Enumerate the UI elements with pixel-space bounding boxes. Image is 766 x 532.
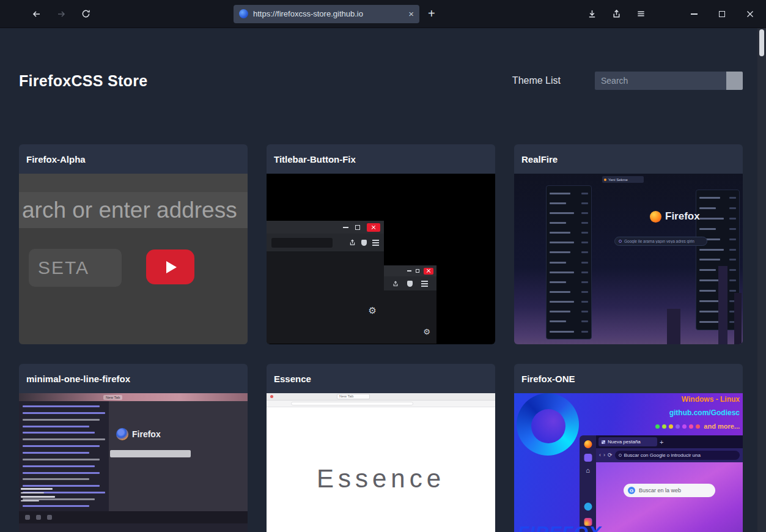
maximize-icon xyxy=(719,11,725,17)
taskbar-icon xyxy=(36,515,41,520)
preview-caption-line: and more... xyxy=(655,423,740,430)
search-input[interactable] xyxy=(595,72,726,90)
theme-preview-image[interactable]: ⚙ xyxy=(267,174,495,344)
building-silhouette xyxy=(734,293,742,344)
theme-card-minimal-one-line[interactable]: minimal-one-line-firefox New Tab Firefox xyxy=(19,364,248,532)
menu-shortcut-bar xyxy=(581,202,588,204)
mock-context-menu xyxy=(696,190,740,330)
maximize-icon xyxy=(355,225,360,230)
tab-active[interactable]: https://firefoxcss-store.github.io × xyxy=(234,5,419,23)
scrollbar-thumb[interactable] xyxy=(759,29,764,56)
mock-sidebar: ⌂ xyxy=(580,435,596,532)
theme-preview-image[interactable]: arch or enter address SETA xyxy=(19,174,248,344)
menu-shortcut-bar xyxy=(581,262,588,264)
theme-list-link[interactable]: Theme List xyxy=(512,75,561,86)
page-scrollbar[interactable] xyxy=(757,28,766,532)
search-button[interactable] xyxy=(726,72,743,90)
menu-label-bar xyxy=(550,262,566,264)
menu-row xyxy=(696,275,739,286)
menu-label-bar xyxy=(550,320,566,322)
menu-shortcut-bar xyxy=(581,232,588,234)
menu-shortcut-bar xyxy=(729,207,736,209)
firefox-brand: Firefox xyxy=(650,210,700,223)
browser-toolbar: https://firefoxcss-store.github.io × + xyxy=(0,0,766,28)
tab-close-button[interactable]: × xyxy=(408,9,414,18)
hamburger-menu-icon xyxy=(421,283,428,284)
theme-card-title: Firefox-ONE xyxy=(514,364,743,393)
share-button[interactable] xyxy=(608,6,625,23)
color-dot xyxy=(655,424,660,429)
mock-nav-strip xyxy=(267,401,495,407)
theme-card-firefox-one[interactable]: Firefox-ONE Windows - Linux github.com/G… xyxy=(514,364,743,532)
mock-tab-bar: Nueva pestaña + xyxy=(596,435,743,448)
menu-label-bar xyxy=(550,202,566,204)
play-icon xyxy=(166,261,177,273)
theme-card-title: Firefox-Alpha xyxy=(19,144,248,174)
mock-seta-button: SETA xyxy=(29,249,122,287)
building-silhouette xyxy=(718,266,727,344)
mock-taskbar xyxy=(19,511,248,523)
theme-card-titlebar-button-fix[interactable]: Titlebar-Button-Fix xyxy=(267,144,495,344)
menu-shortcut-bar xyxy=(729,238,736,240)
menu-shortcut-bar xyxy=(729,290,736,292)
mock-url-text: Buscar con Google o introducir una xyxy=(624,453,701,458)
menu-row xyxy=(547,238,591,248)
firefox-wordmark: FIREFOX xyxy=(518,522,602,532)
new-tab-icon: + xyxy=(660,438,663,446)
theme-card-essence[interactable]: Essence New Tab Essence xyxy=(267,364,495,532)
window-maximize-button[interactable] xyxy=(711,5,733,23)
theme-preview-image[interactable]: New Tab Firefox xyxy=(19,393,248,532)
mock-tab-label: Yeni Sekme xyxy=(608,178,628,182)
firefox-brand-label: Firefox xyxy=(132,429,161,439)
theme-preview-image[interactable]: New Tab Essence xyxy=(267,393,495,532)
menu-row xyxy=(547,297,591,307)
forward-icon xyxy=(56,9,66,19)
menu-label-bar xyxy=(699,290,716,292)
hamburger-menu-icon xyxy=(636,9,646,18)
downloads-button[interactable] xyxy=(583,6,600,23)
window-minimize-button[interactable] xyxy=(683,5,705,23)
toolbar-right-icons xyxy=(583,6,649,23)
close-icon xyxy=(424,268,433,275)
theme-preview-image[interactable]: Windows - Linux github.com/Godiesc and m… xyxy=(514,393,743,532)
shield-icon xyxy=(407,281,413,287)
menu-label-bar xyxy=(550,281,566,283)
mock-toolbar xyxy=(384,276,436,290)
menu-label-bar xyxy=(550,301,574,303)
minimize-icon xyxy=(343,227,348,228)
theme-preview-image[interactable]: Yeni Sekme Firefox Google ile arama yapı… xyxy=(514,174,743,344)
menu-row xyxy=(547,287,591,297)
shield-icon xyxy=(361,240,367,246)
menu-row xyxy=(696,255,739,265)
window-close-button[interactable] xyxy=(739,5,761,23)
app-icon xyxy=(584,454,592,462)
code-line xyxy=(23,485,100,487)
menu-row xyxy=(547,188,591,198)
menu-shortcut-bar xyxy=(581,272,588,273)
maximize-icon xyxy=(416,269,419,273)
back-icon xyxy=(32,9,42,19)
menu-row xyxy=(696,296,739,306)
code-line xyxy=(23,432,95,434)
back-button[interactable] xyxy=(28,6,45,23)
mock-urlbar: Buscar con Google o introducir una xyxy=(615,451,740,460)
mock-browser-window: ⌂ Nueva pestaña + xyxy=(580,435,743,532)
theme-card-title: Titlebar-Button-Fix xyxy=(267,144,495,174)
share-icon xyxy=(392,281,399,287)
forward-button[interactable] xyxy=(53,6,70,23)
menu-row xyxy=(547,327,591,336)
theme-card-realfire[interactable]: RealFire Yeni Sekme Firefox Google ile xyxy=(514,144,743,344)
youtube-logo-icon xyxy=(146,249,194,284)
menu-shortcut-bar xyxy=(729,197,736,199)
mock-titlebar xyxy=(384,265,436,276)
color-dot xyxy=(662,424,666,429)
new-tab-button[interactable]: + xyxy=(428,7,435,21)
reload-icon xyxy=(81,9,90,18)
reload-button[interactable] xyxy=(77,6,94,23)
theme-card-title: Essence xyxy=(267,364,495,393)
menu-row xyxy=(547,248,591,257)
theme-card-firefox-alpha[interactable]: Firefox-Alpha arch or enter address SETA xyxy=(19,144,248,344)
code-line xyxy=(23,452,89,454)
menu-row xyxy=(547,317,591,327)
menu-button[interactable] xyxy=(632,6,649,23)
